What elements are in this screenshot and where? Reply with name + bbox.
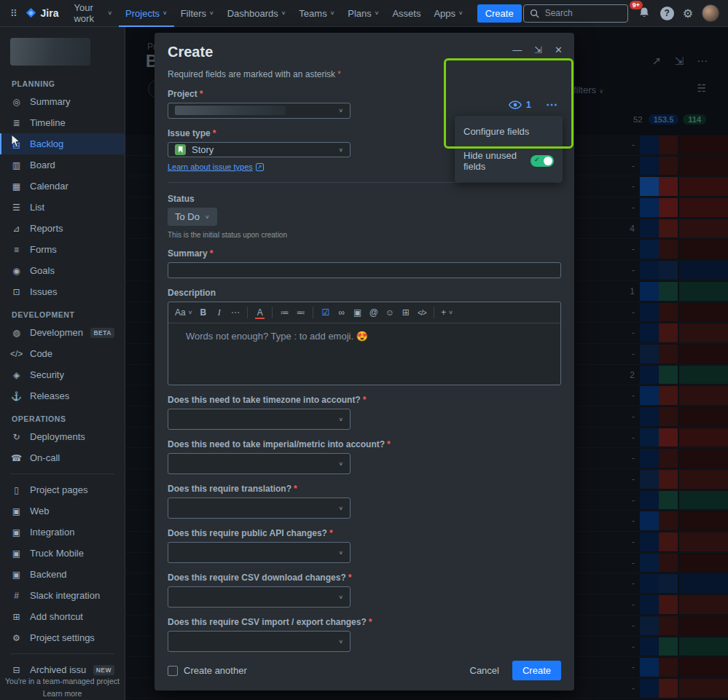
image-icon[interactable]: ▣ <box>350 304 365 320</box>
sidebar-item-label: Integration <box>30 527 74 538</box>
nav-item-filters[interactable]: Filters∨ <box>174 0 221 27</box>
task-checkbox-icon[interactable]: ☑ <box>318 304 333 320</box>
question-select-1[interactable]: ∨ <box>168 409 351 430</box>
board-icon: ▥ <box>10 160 23 170</box>
question-select-6[interactable]: ∨ <box>168 631 351 652</box>
sidebar-section-title: OPERATIONS <box>0 406 125 426</box>
nav-item-projects[interactable]: Projects∨ <box>119 0 174 27</box>
close-icon[interactable]: ✕ <box>555 44 563 55</box>
sidebar-item-list[interactable]: ☰List <box>0 197 125 218</box>
nav-item-dashboards[interactable]: Dashboards∨ <box>221 0 293 27</box>
sidebar-item-code[interactable]: </>Code <box>0 343 125 364</box>
code-icon[interactable]: </> <box>414 304 429 320</box>
link-icon[interactable]: ∞ <box>334 304 349 320</box>
sidebar-item-security[interactable]: ◈Security <box>0 364 125 385</box>
sidebar-item-project-pages[interactable]: ▯Project pages <box>0 479 125 500</box>
nav-item-apps[interactable]: Apps∨ <box>427 0 469 27</box>
text-style-icon[interactable]: Aa∨ <box>173 304 195 320</box>
more-fields-menu-icon[interactable]: ⋯ <box>546 98 558 111</box>
sidebar-item-backlog[interactable]: ▤Backlog <box>0 133 125 154</box>
description-editor[interactable]: Aa∨BI⋯A≔≕☑∞▣@☺⊞</>+∨ Words not enough? T… <box>168 302 561 385</box>
sidebar-item-goals[interactable]: ◉Goals <box>0 260 125 281</box>
table-icon[interactable]: ⊞ <box>398 304 413 320</box>
sidebar-item-calendar[interactable]: ▦Calendar <box>0 176 125 197</box>
bullet-list-icon[interactable]: ≔ <box>277 304 292 320</box>
summary-field-label: Summary* <box>168 248 213 259</box>
sidebar-item-on-call[interactable]: ☎On-call <box>0 447 125 468</box>
summary-input[interactable] <box>168 262 561 278</box>
text-color-icon[interactable]: A <box>252 304 267 320</box>
learn-about-issue-types-link[interactable]: Learn about issue types ↗ <box>168 162 264 171</box>
fields-visibility-controls: 1 ⋯ <box>509 98 558 111</box>
user-avatar[interactable] <box>702 4 719 22</box>
global-search[interactable] <box>523 4 628 23</box>
sidebar-item-label: Issues <box>30 286 58 297</box>
insert-icon[interactable]: +∨ <box>439 304 455 320</box>
question-select-2[interactable]: ∨ <box>168 453 351 474</box>
nav-utilities: 9+ ? ⚙ <box>523 4 719 23</box>
emoji-icon[interactable]: ☺ <box>382 304 397 320</box>
nav-item-assets[interactable]: Assets <box>385 0 427 27</box>
notifications-bell-icon[interactable]: 9+ <box>637 5 651 22</box>
create-button[interactable]: Create <box>512 661 561 680</box>
more-formatting-icon[interactable]: ⋯ <box>227 304 243 320</box>
nav-item-your-work[interactable]: Your work∨ <box>67 0 119 27</box>
status-select[interactable]: To Do ∨ <box>168 208 217 226</box>
project-settings-icon: ⚙ <box>10 633 23 643</box>
minimized-fields-indicator[interactable]: 1 <box>509 99 531 110</box>
project-logo-redacted <box>10 38 90 66</box>
sidebar-item-releases[interactable]: ⚓Releases <box>0 385 125 406</box>
sidebar-item-web[interactable]: ▣Web <box>0 500 125 522</box>
bold-icon[interactable]: B <box>195 304 211 320</box>
toolbar-divider <box>313 307 313 318</box>
project-select[interactable]: ∨ <box>168 103 351 119</box>
integration-icon: ▣ <box>10 527 23 538</box>
sidebar-item-timeline[interactable]: ≣Timeline <box>0 112 125 133</box>
help-icon[interactable]: ? <box>660 7 674 20</box>
italic-icon[interactable]: I <box>211 304 227 320</box>
nav-item-teams[interactable]: Teams∨ <box>292 0 341 27</box>
hide-unused-fields-toggle[interactable] <box>531 155 554 167</box>
chevron-down-icon: ∨ <box>205 214 210 220</box>
configure-fields-menu-item[interactable]: Configure fields <box>455 119 563 143</box>
search-input[interactable] <box>544 7 617 19</box>
settings-gear-icon[interactable]: ⚙ <box>683 7 693 20</box>
create-another-checkbox[interactable] <box>168 666 178 676</box>
nav-item-plans[interactable]: Plans∨ <box>341 0 385 27</box>
sidebar-item-slack-integration[interactable]: #Slack integration <box>0 585 125 606</box>
sidebar-item-add-shortcut[interactable]: ⊞Add shortcut <box>0 606 125 627</box>
mention-icon[interactable]: @ <box>366 304 381 320</box>
sidebar-item-development[interactable]: ◍DevelopmentBETA <box>0 322 125 343</box>
sidebar-item-project-settings[interactable]: ⚙Project settings <box>0 627 125 648</box>
issue-type-select[interactable]: Story ∨ <box>168 142 351 158</box>
minimize-icon[interactable]: — <box>512 44 522 55</box>
sidebar-item-label: Slack integration <box>30 590 100 601</box>
nav-create-button[interactable]: Create <box>477 4 522 23</box>
sidebar-item-reports[interactable]: ⊿Reports <box>0 218 125 239</box>
sidebar-item-summary[interactable]: ◎Summary <box>0 91 125 112</box>
sidebar-item-issues[interactable]: ⊡Issues <box>0 281 125 302</box>
cancel-button[interactable]: Cancel <box>461 661 508 680</box>
chevron-down-icon: ∨ <box>338 506 343 511</box>
question-select-4[interactable]: ∨ <box>168 542 351 563</box>
sidebar-item-board[interactable]: ▥Board <box>0 154 125 176</box>
add-shortcut-icon: ⊞ <box>10 612 23 622</box>
numbered-list-icon[interactable]: ≕ <box>293 304 308 320</box>
jira-logo[interactable]: Jira <box>23 7 66 20</box>
sidebar-item-deployments[interactable]: ↻Deployments <box>0 426 125 447</box>
exit-fullscreen-icon[interactable]: ⇲ <box>534 44 542 55</box>
hide-unused-fields-menu-item[interactable]: Hide unused fields <box>455 143 563 178</box>
question-select-3[interactable]: ∨ <box>168 498 351 519</box>
timeline-icon: ≣ <box>10 118 23 128</box>
sidebar-item-integration[interactable]: ▣Integration <box>0 522 125 543</box>
learn-more-link[interactable]: Learn more <box>0 689 125 698</box>
question-select-5[interactable]: ∨ <box>168 586 351 607</box>
app-switcher-icon[interactable]: ⠿ <box>6 8 22 19</box>
web-icon: ▣ <box>10 506 23 516</box>
sidebar-item-truck-mobile[interactable]: ▣Truck Mobile <box>0 543 125 564</box>
editor-toolbar: Aa∨BI⋯A≔≕☑∞▣@☺⊞</>+∨ <box>168 302 560 323</box>
releases-icon: ⚓ <box>10 391 23 401</box>
description-placeholder[interactable]: Words not enough? Type : to add emoji. 😍 <box>168 323 560 385</box>
sidebar-item-backend[interactable]: ▣Backend <box>0 564 125 585</box>
sidebar-item-forms[interactable]: ≡Forms <box>0 239 125 260</box>
